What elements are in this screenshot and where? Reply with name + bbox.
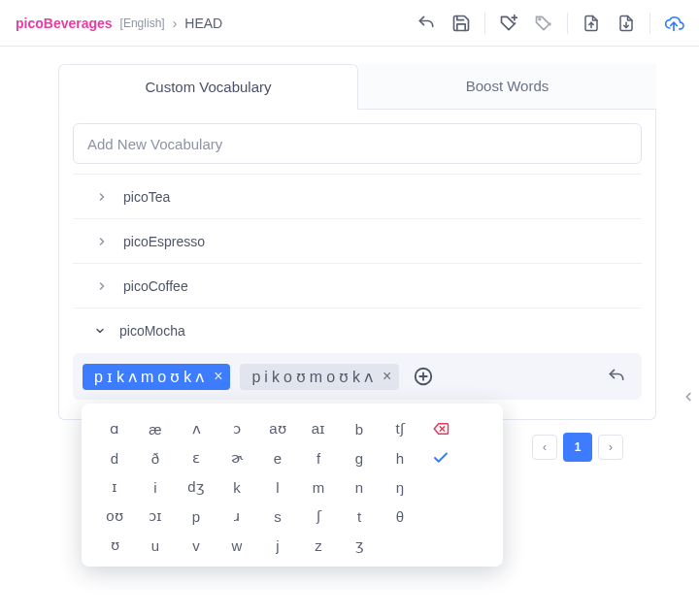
ipa-symbol[interactable]: v bbox=[177, 532, 216, 559]
breadcrumb: picoBeverages [English] › HEAD bbox=[16, 16, 222, 31]
page-prev[interactable]: ‹ bbox=[532, 435, 557, 460]
tag-icon[interactable] bbox=[526, 6, 561, 41]
add-vocabulary-placeholder: Add New Vocabulary bbox=[87, 136, 222, 152]
page-number[interactable]: 1 bbox=[563, 433, 592, 462]
ipa-symbol[interactable]: ɛ bbox=[177, 444, 216, 471]
ipa-symbol[interactable]: oʊ bbox=[95, 503, 134, 530]
ipa-symbol[interactable]: b bbox=[340, 415, 379, 442]
add-vocabulary-input[interactable]: Add New Vocabulary bbox=[73, 123, 642, 164]
brand-language: [English] bbox=[120, 16, 165, 30]
ipa-symbol[interactable]: ʊ bbox=[95, 532, 134, 559]
ipa-symbol[interactable]: m bbox=[299, 473, 338, 501]
ipa-symbol[interactable]: ʌ bbox=[177, 415, 216, 442]
svg-point-2 bbox=[539, 18, 541, 20]
chip-text: pɪkʌmoʊkʌ bbox=[94, 368, 208, 386]
ipa-symbol[interactable]: t bbox=[340, 503, 379, 530]
breadcrumb-separator: › bbox=[173, 16, 178, 31]
vocab-label: picoEspresso bbox=[123, 234, 205, 249]
ipa-symbol[interactable]: n bbox=[340, 473, 379, 501]
chevron-right-icon bbox=[94, 191, 110, 203]
ipa-symbol[interactable]: k bbox=[217, 473, 256, 501]
ipa-symbol[interactable]: h bbox=[381, 444, 419, 471]
ipa-symbol[interactable]: i bbox=[136, 473, 175, 501]
ipa-empty bbox=[381, 532, 419, 559]
vocab-label: picoCoffee bbox=[123, 278, 188, 294]
ipa-symbol[interactable]: aʊ bbox=[258, 415, 297, 442]
pronunciation-bar: pɪkʌmoʊkʌ × pikoʊmoʊkʌ × bbox=[73, 353, 642, 400]
file-import-icon[interactable] bbox=[574, 6, 609, 41]
file-export-icon[interactable] bbox=[609, 6, 644, 41]
ipa-symbol[interactable]: e bbox=[258, 444, 297, 471]
ipa-symbol[interactable]: æ bbox=[136, 415, 175, 442]
breadcrumb-head: HEAD bbox=[184, 16, 222, 31]
ipa-symbol[interactable]: θ bbox=[381, 503, 419, 530]
tab-boost-words[interactable]: Boost Words bbox=[358, 64, 656, 109]
ipa-empty bbox=[421, 532, 460, 559]
ipa-empty bbox=[421, 503, 460, 530]
collapse-handle-icon[interactable] bbox=[682, 388, 695, 405]
ipa-symbol[interactable]: s bbox=[258, 503, 297, 530]
tab-custom-vocabulary[interactable]: Custom Vocabulary bbox=[58, 64, 358, 110]
tag-add-icon[interactable] bbox=[491, 6, 526, 41]
add-pronunciation-button[interactable] bbox=[409, 362, 438, 391]
ipa-symbol[interactable]: f bbox=[299, 444, 338, 471]
pronunciation-chip-active[interactable]: pɪkʌmoʊkʌ × bbox=[83, 364, 230, 390]
brand-name[interactable]: picoBeverages bbox=[16, 16, 113, 31]
ipa-symbol[interactable]: dʒ bbox=[177, 473, 216, 501]
ipa-symbol[interactable]: tʃ bbox=[381, 415, 419, 442]
ipa-picker: ɑæʌɔaʊaɪbtʃdðɛɚefghɪidʒklmnŋoʊɔɪpɹsʃtθʊu… bbox=[82, 404, 503, 567]
ipa-symbol[interactable]: l bbox=[258, 473, 297, 501]
vocab-row-expanded[interactable]: picoMocha bbox=[73, 308, 642, 353]
chevron-right-icon bbox=[94, 280, 110, 292]
ipa-symbol[interactable]: ɚ bbox=[217, 444, 256, 471]
vocab-row[interactable]: picoCoffee bbox=[73, 263, 642, 308]
undo-icon[interactable] bbox=[409, 6, 444, 41]
ipa-symbol[interactable]: ŋ bbox=[381, 473, 419, 501]
ipa-symbol[interactable]: z bbox=[299, 532, 338, 559]
ipa-symbol[interactable]: ɹ bbox=[217, 503, 256, 530]
chip-remove-icon[interactable]: × bbox=[214, 368, 222, 385]
ipa-symbol[interactable]: p bbox=[177, 503, 216, 530]
vocab-label: picoTea bbox=[123, 189, 170, 205]
page-next[interactable]: › bbox=[598, 435, 623, 460]
ipa-symbol[interactable]: ɔɪ bbox=[136, 503, 175, 530]
vocab-row[interactable]: picoEspresso bbox=[73, 218, 642, 263]
cloud-upload-icon[interactable] bbox=[656, 6, 691, 41]
ipa-symbol[interactable]: j bbox=[258, 532, 297, 559]
revert-icon[interactable] bbox=[601, 361, 632, 392]
ipa-symbol[interactable]: u bbox=[136, 532, 175, 559]
chip-remove-icon[interactable]: × bbox=[383, 368, 391, 385]
ipa-empty bbox=[421, 473, 460, 501]
ipa-symbol[interactable]: d bbox=[95, 444, 134, 471]
chip-text: pikoʊmoʊkʌ bbox=[251, 368, 377, 386]
chevron-right-icon bbox=[94, 236, 110, 247]
chevron-down-icon bbox=[94, 325, 106, 337]
pagination: ‹ 1 › bbox=[532, 433, 623, 462]
backspace-icon[interactable] bbox=[421, 415, 460, 442]
ipa-symbol[interactable]: ʃ bbox=[299, 503, 338, 530]
vocab-row[interactable]: picoTea bbox=[73, 174, 642, 218]
vocab-label: picoMocha bbox=[119, 323, 185, 339]
ipa-symbol[interactable]: ɔ bbox=[217, 415, 256, 442]
ipa-symbol[interactable]: g bbox=[340, 444, 379, 471]
save-icon[interactable] bbox=[444, 6, 479, 41]
ipa-symbol[interactable]: ɑ bbox=[95, 415, 134, 442]
ipa-symbol[interactable]: ð bbox=[136, 444, 175, 471]
ipa-symbol[interactable]: ʒ bbox=[340, 532, 379, 559]
ipa-symbol[interactable]: w bbox=[217, 532, 256, 559]
ipa-symbol[interactable]: aɪ bbox=[299, 415, 338, 442]
confirm-icon[interactable] bbox=[421, 444, 460, 471]
ipa-symbol[interactable]: ɪ bbox=[95, 473, 134, 501]
pronunciation-chip[interactable]: pikoʊmoʊkʌ × bbox=[240, 364, 399, 390]
